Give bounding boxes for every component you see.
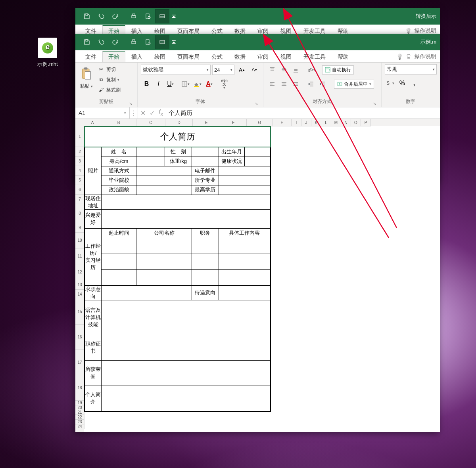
bold-button[interactable]: B: [141, 78, 152, 90]
col-header[interactable]: C: [136, 119, 165, 126]
tab-dev[interactable]: 开发工具: [298, 51, 332, 62]
dialog-launcher-icon[interactable]: [253, 101, 259, 106]
col-header[interactable]: H: [273, 119, 292, 126]
titlebar-back[interactable]: 转换后示: [75, 8, 440, 25]
worksheet-area[interactable]: ABCDEFGHIJKLMNOP 12345678910111213141516…: [75, 119, 440, 432]
align-top-icon[interactable]: [267, 64, 278, 75]
row-header[interactable]: 16: [75, 324, 84, 350]
row-header[interactable]: 4: [75, 166, 84, 176]
col-header[interactable]: G: [247, 119, 273, 126]
dialog-launcher-icon[interactable]: [372, 101, 377, 106]
col-header[interactable]: K: [311, 119, 321, 126]
titlebar-front[interactable]: 示例.m: [75, 34, 440, 50]
col-header[interactable]: A: [84, 119, 101, 126]
row-header[interactable]: 5: [75, 175, 84, 185]
tab-file[interactable]: 文件: [79, 51, 102, 62]
row-header[interactable]: 13: [75, 280, 84, 290]
align-bottom-icon[interactable]: [290, 64, 301, 75]
preview-icon[interactable]: [141, 10, 155, 23]
percent-icon[interactable]: %: [397, 78, 408, 89]
tell-me[interactable]: 操作说明: [392, 51, 440, 62]
row-header[interactable]: 17: [75, 350, 84, 375]
desktop-file[interactable]: 示例.mht: [32, 38, 63, 68]
row-header[interactable]: 2: [75, 147, 84, 157]
col-header[interactable]: E: [193, 119, 220, 126]
align-left-icon[interactable]: [267, 78, 278, 90]
undo-icon[interactable]: [94, 10, 108, 23]
row-header[interactable]: 15: [75, 299, 84, 325]
col-header[interactable]: N: [341, 119, 351, 126]
qat-more-icon[interactable]: [170, 35, 178, 49]
font-color-button[interactable]: A: [203, 78, 215, 90]
underline-button[interactable]: U: [165, 78, 176, 90]
quickprint-icon[interactable]: [127, 10, 140, 23]
undo-icon[interactable]: [94, 35, 108, 49]
row-header[interactable]: 12: [75, 264, 84, 280]
copy-button[interactable]: 复制: [97, 74, 121, 85]
dialog-launcher-icon[interactable]: [128, 101, 133, 106]
align-right-icon[interactable]: [290, 78, 301, 90]
save-icon[interactable]: [80, 35, 94, 49]
grid[interactable]: 个人简历 照片 姓 名 性 别 出生年月 身高/cm体重/kg健康状况 通讯方式…: [84, 126, 440, 432]
currency-icon[interactable]: $: [385, 78, 396, 89]
namebox-expand-icon[interactable]: ⋮: [130, 107, 138, 118]
tab-view[interactable]: 视图: [274, 51, 298, 62]
comma-icon[interactable]: ,: [409, 78, 420, 89]
fx-icon[interactable]: fx: [159, 109, 163, 117]
tab-home[interactable]: 开始: [102, 51, 125, 62]
column-headers[interactable]: ABCDEFGHIJKLMNOP: [84, 119, 440, 126]
row-header[interactable]: 7: [75, 194, 84, 204]
decrease-indent-icon[interactable]: [305, 78, 317, 90]
col-header[interactable]: B: [101, 119, 136, 126]
increase-indent-icon[interactable]: [317, 78, 328, 90]
font-name-combo[interactable]: 微软雅黑▾: [141, 65, 211, 75]
touch-mode-icon[interactable]: [155, 35, 169, 49]
align-center-icon[interactable]: [278, 78, 290, 90]
col-header[interactable]: I: [292, 119, 301, 126]
row-header[interactable]: 11: [75, 248, 84, 264]
tab-layout[interactable]: 页面布局: [171, 51, 205, 62]
row-header[interactable]: 6: [75, 185, 84, 195]
touch-mode-icon[interactable]: [155, 10, 169, 23]
tab-formulas[interactable]: 公式: [205, 51, 228, 62]
font-size-combo[interactable]: 24▾: [212, 65, 234, 75]
col-header[interactable]: M: [331, 119, 341, 126]
col-header[interactable]: L: [321, 119, 331, 126]
number-format-combo[interactable]: 常规▾: [385, 64, 437, 74]
row-header[interactable]: 8: [75, 204, 84, 223]
orientation-icon[interactable]: ab: [305, 64, 317, 75]
wrap-text-button[interactable]: 自动换行: [322, 65, 354, 74]
row-header[interactable]: 14: [75, 289, 84, 299]
name-box[interactable]: A1▾: [75, 107, 130, 118]
enter-icon[interactable]: ✓: [150, 109, 155, 117]
formula-input[interactable]: 个人简历: [165, 107, 440, 118]
paste-button[interactable]: 粘贴: [79, 64, 94, 90]
row-header[interactable]: 3: [75, 156, 84, 166]
row-header[interactable]: 9: [75, 223, 84, 233]
qat-more-icon[interactable]: [170, 10, 178, 23]
borders-button[interactable]: [180, 78, 191, 90]
quickprint-icon[interactable]: [127, 35, 140, 49]
cut-button[interactable]: 剪切: [97, 64, 121, 74]
col-header[interactable]: D: [165, 119, 193, 126]
tab-help[interactable]: 帮助: [332, 51, 355, 62]
tab-review[interactable]: 审阅: [251, 51, 274, 62]
italic-button[interactable]: I: [153, 78, 164, 90]
merge-center-button[interactable]: a合并后居中: [334, 80, 374, 89]
decrease-font-icon[interactable]: A▾: [249, 64, 260, 75]
preview-icon[interactable]: [141, 35, 155, 49]
col-header[interactable]: F: [220, 119, 247, 126]
col-header[interactable]: O: [351, 119, 361, 126]
row-headers[interactable]: 123456789101112131415161718192021222324: [75, 126, 84, 432]
row-header[interactable]: 18: [75, 375, 84, 401]
select-all-corner[interactable]: [75, 119, 84, 126]
tab-draw[interactable]: 绘图: [148, 51, 171, 62]
cancel-icon[interactable]: ✕: [140, 109, 146, 117]
redo-icon[interactable]: [109, 10, 122, 23]
row-header[interactable]: 1: [75, 126, 84, 147]
redo-icon[interactable]: [109, 35, 122, 49]
row-header[interactable]: 24: [75, 424, 84, 429]
row-header[interactable]: 10: [75, 232, 84, 248]
tab-data[interactable]: 数据: [228, 51, 251, 62]
tab-insert[interactable]: 插入: [125, 51, 148, 62]
